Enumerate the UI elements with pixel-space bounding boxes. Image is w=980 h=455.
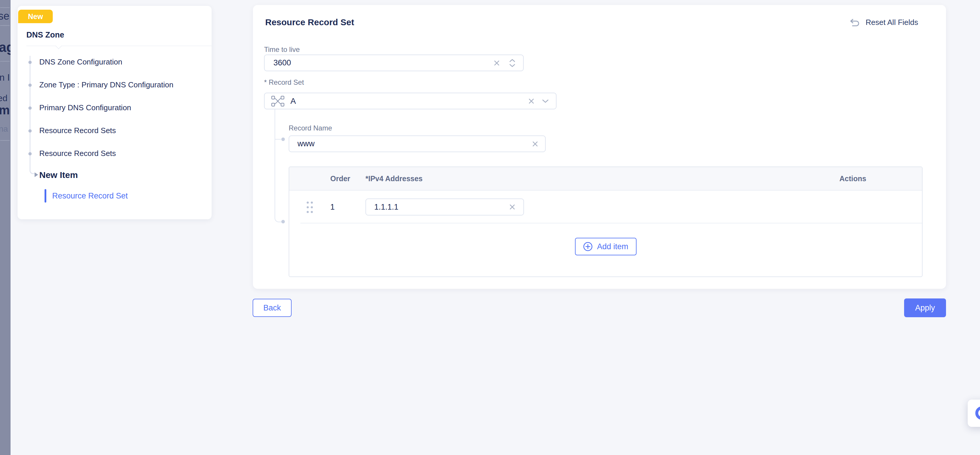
record-set-chevron-down-icon[interactable] <box>542 99 549 103</box>
record-name-value: www <box>289 139 315 148</box>
row-separator <box>301 223 922 223</box>
timeline-dot <box>29 107 32 110</box>
timeline-dot <box>29 84 32 87</box>
backdrop-dotted-line <box>1 7 10 8</box>
back-button[interactable]: Back <box>253 299 291 317</box>
record-name-label: Record Name <box>289 124 332 132</box>
ttl-label: Time to live <box>264 45 300 54</box>
column-header-ipv4-addresses: *IPv4 Addresses <box>366 167 423 190</box>
divider <box>26 46 212 46</box>
timeline-dot <box>29 129 32 132</box>
sidebar-item-new-item[interactable]: New Item <box>39 170 78 180</box>
record-name-input[interactable]: www <box>289 135 546 152</box>
record-set-label: * Record Set <box>264 78 304 86</box>
sidebar-item-dns-zone-configuration[interactable]: DNS Zone Configuration <box>39 57 122 67</box>
reset-all-fields-button[interactable]: Reset All Fields <box>849 16 918 29</box>
record-set-select[interactable]: A <box>264 93 557 109</box>
expand-arrow-icon <box>35 172 38 177</box>
backdrop-text-fragment: m <box>0 103 10 117</box>
sidebar-item-zone-type[interactable]: Zone Type : Primary DNS Configuration <box>39 80 173 89</box>
ipv4-address-value: 1.1.1.1 <box>366 202 399 212</box>
add-item-button[interactable]: Add item <box>575 238 636 255</box>
column-header-order: Order <box>330 167 350 190</box>
ipv4-addresses-table: Order *IPv4 Addresses Actions 1 <box>289 167 923 277</box>
add-item-label: Add item <box>597 242 628 251</box>
panel-title: Resource Record Set <box>265 17 354 27</box>
sidebar-item-primary-dns-configuration[interactable]: Primary DNS Configuration <box>39 103 131 112</box>
timeline-elbow <box>30 153 34 174</box>
undo-arrow-icon <box>849 18 861 27</box>
table-header-row: Order *IPv4 Addresses Actions <box>289 167 922 191</box>
drag-handle-icon[interactable] <box>305 200 314 215</box>
resource-record-set-panel: Resource Record Set Reset All Fields Tim… <box>253 5 946 289</box>
new-badge: New <box>18 10 53 23</box>
connector-dot <box>282 137 285 141</box>
ipv4-address-input[interactable]: 1.1.1.1 <box>366 199 524 215</box>
connector-dot <box>282 220 285 223</box>
column-header-actions: Actions <box>839 167 866 190</box>
ttl-input[interactable]: 3600 <box>264 54 524 71</box>
backdrop-text-fragment: ag <box>0 39 11 55</box>
backdrop-dotted-line <box>1 140 10 141</box>
connector-dash <box>275 139 281 140</box>
apply-button[interactable]: Apply <box>904 298 946 317</box>
sidebar-item-resource-record-set-active[interactable]: Resource Record Set <box>52 191 128 200</box>
plus-circle-icon <box>583 242 593 251</box>
ttl-clear-icon[interactable] <box>493 59 500 67</box>
floating-help-widget[interactable] <box>968 399 980 427</box>
record-set-value: A <box>290 97 296 106</box>
timeline-line <box>30 56 30 154</box>
ipv4-clear-icon[interactable] <box>509 204 516 210</box>
sidebar-title: DNS Zone <box>26 30 64 40</box>
widget-ring-icon <box>975 406 980 420</box>
backdrop-text-fragment: n I <box>0 72 10 83</box>
record-type-icon <box>271 95 285 107</box>
record-name-clear-icon[interactable] <box>531 140 539 148</box>
backdrop-text-fragment: se <box>0 10 10 22</box>
record-set-clear-icon[interactable] <box>528 98 535 105</box>
page: se ag n I ed m na New DNS Zone DNS Zone … <box>0 0 980 455</box>
wizard-sidebar: New DNS Zone DNS Zone Configuration Zone… <box>18 6 212 219</box>
stepper-down-icon[interactable] <box>509 64 515 67</box>
backdrop-dotted-line <box>1 25 10 26</box>
connector-line <box>275 109 282 222</box>
timeline-dot <box>29 152 32 155</box>
backdrop-text-fragment: na <box>0 124 8 134</box>
backdrop-text-fragment: ed <box>0 93 7 103</box>
reset-all-fields-label: Reset All Fields <box>866 18 918 27</box>
backdrop-dotted-line <box>1 61 10 62</box>
active-item-indicator <box>45 189 46 202</box>
ttl-value: 3600 <box>265 58 291 67</box>
sidebar-item-resource-record-sets-1[interactable]: Resource Record Sets <box>39 126 116 135</box>
divider-notch <box>56 43 62 49</box>
table-row: 1 1.1.1.1 <box>289 191 922 223</box>
sidebar-item-resource-record-sets-2[interactable]: Resource Record Sets <box>39 149 116 158</box>
order-cell: 1 <box>330 191 335 223</box>
stepper-up-icon[interactable] <box>509 59 515 62</box>
dimmed-background-strip: se ag n I ed m na <box>0 0 11 455</box>
ttl-stepper[interactable] <box>509 59 515 67</box>
timeline-dot <box>29 61 32 64</box>
